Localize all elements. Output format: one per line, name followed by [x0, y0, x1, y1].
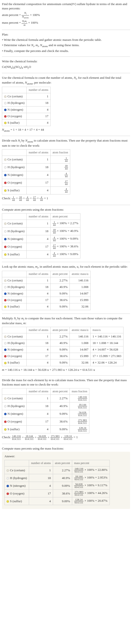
answer-label: Answer: — [4, 454, 128, 458]
element-dot-icon — [4, 254, 7, 256]
atom-pct-table: number of atomsatom percent Ce (cerium)1… — [2, 213, 80, 258]
element-dot-icon — [4, 405, 7, 408]
mass-pct-cell: 18.144614.511 × 100% = 2.953% — [72, 474, 110, 482]
element-cell: O (oxygen) — [2, 418, 27, 426]
table-row: Ce (cerium)12.27%140.116 — [2, 277, 91, 284]
eq-left: mass percent = — [2, 21, 21, 24]
col-header: atomic mass/u — [70, 271, 91, 277]
element-dot-icon — [4, 397, 7, 400]
table-row: N (nitrogen)4444 — [2, 171, 70, 179]
element-dot-icon — [4, 238, 7, 240]
compute-mass-pct-text: Compute mass percents using the mass fra… — [2, 446, 130, 451]
element-dot-icon — [4, 420, 7, 423]
plan-item: • Write the chemical formula and gather … — [2, 38, 130, 42]
element-cell: H (hydrogen) — [2, 284, 27, 290]
lookup-text: Look up the atomic mass, mi, in unified … — [2, 264, 130, 269]
num-atoms-cell: 18 — [27, 100, 50, 106]
table-row: H (hydrogen)1840.9%18.144614.511 — [2, 402, 89, 410]
element-dot-icon — [7, 469, 9, 472]
element-cell: Ce (cerium) — [2, 395, 27, 402]
table-row: S (sulfur)4444 — [2, 186, 70, 194]
element-dot-icon — [4, 336, 7, 338]
element-dot-icon — [4, 355, 7, 358]
table-row: N (nitrogen)49.09%56.028614.511 × 100% =… — [5, 482, 110, 490]
element-cell: H (hydrogen) — [2, 402, 27, 410]
chemical-formula: Ce(NH4)4(SO4)4·xH2O — [2, 65, 130, 70]
pct-cell: 1744 × 100% = 38.6% — [50, 243, 80, 250]
table-row: S (sulfur)4 — [2, 119, 51, 126]
frac-cell: 1844 — [50, 163, 70, 171]
element-cell: Ce (cerium) — [2, 277, 27, 284]
table-row: Ce (cerium)1144 × 100% = 2.27% — [2, 220, 80, 227]
element-dot-icon — [4, 413, 7, 415]
element-dot-icon — [4, 96, 7, 98]
table-row: S (sulfur)49.09%128.24614.511 — [2, 426, 89, 433]
plan-item: • Determine values for Ni, mi, Natoms an… — [2, 43, 130, 48]
frac-cell: 144 — [50, 156, 70, 163]
element-dot-icon — [4, 182, 7, 184]
element-cell: Ce (cerium) — [5, 466, 29, 474]
table-row: O (oxygen)1738.6%15.999 — [2, 297, 91, 304]
col-header: atom percent — [50, 327, 70, 333]
mass-frac-cell: 18.144614.511 — [70, 402, 89, 410]
intro-text: Find the elemental composition for ammon… — [2, 2, 130, 11]
element-cell: H (hydrogen) — [2, 227, 27, 235]
table-row: Ce (cerium)12.27%140.1161 × 140.116 = 14… — [2, 333, 123, 340]
col-header: atom percent — [50, 271, 70, 277]
element-cell: O (oxygen) — [5, 490, 29, 497]
m-total-equation: m = 140.116 u + 18.144 u + 56.028 u + 27… — [2, 368, 130, 372]
table-row: O (oxygen)1738.6%271.983614.511 × 100% =… — [5, 490, 110, 497]
element-cell: S (sulfur) — [2, 304, 27, 310]
mass-cell: 32.06 — [70, 304, 91, 310]
col-header: mass percent — [72, 460, 110, 466]
element-cell: H (hydrogen) — [2, 340, 27, 346]
mass-pct-table: number of atomsatom percentmass percent … — [4, 460, 110, 505]
element-cell: S (sulfur) — [2, 119, 27, 126]
table-row: Ce (cerium)12.27%140.116614.511 — [2, 395, 89, 402]
check-equation: Check: 140.116614.511 + 18.144614.511 + … — [2, 435, 130, 440]
element-cell: O (oxygen) — [2, 113, 27, 119]
element-cell: O (oxygen) — [2, 353, 27, 360]
element-cell: N (nitrogen) — [2, 235, 27, 243]
atom-percent-equation: atom percent = NiNatoms × 100% — [2, 12, 130, 19]
check-equation: Check: 144 + 1844 + 444 + 1744 + 444 = 1 — [2, 196, 130, 202]
mass-calc-cell: 1 × 140.116 = 140.116 — [91, 333, 123, 340]
element-cell: N (nitrogen) — [2, 346, 27, 353]
atoms-table: number of atoms Ce (cerium)1H (hydrogen)… — [2, 87, 51, 126]
eq-left: atom percent = — [2, 13, 21, 17]
answer-box: Answer: number of atomsatom percentmass … — [2, 452, 130, 509]
table-row: O (oxygen)171744 × 100% = 38.6% — [2, 243, 80, 250]
table-row: H (hydrogen)18 — [2, 100, 51, 106]
divide-mass-text: Divide the mass for each element by m to… — [2, 378, 130, 387]
table-row: S (sulfur)49.09%32.06 — [2, 304, 91, 310]
count-text: Use the chemical formula to count the nu… — [2, 76, 130, 85]
element-cell: Ce (cerium) — [2, 156, 27, 163]
element-cell: H (hydrogen) — [2, 163, 27, 171]
table-row: H (hydrogen)1840.9%1.00818 × 1.008 = 18.… — [2, 340, 123, 346]
mass-frac-table: number of atomsatom percentmass fraction… — [2, 388, 89, 433]
element-cell: S (sulfur) — [2, 186, 27, 194]
element-dot-icon — [4, 174, 7, 176]
frac-cell: 444 — [50, 171, 70, 179]
element-cell: N (nitrogen) — [2, 290, 27, 297]
table-row: Ce (cerium)1 — [2, 93, 51, 100]
element-dot-icon — [4, 222, 7, 225]
element-dot-icon — [4, 109, 7, 111]
pct-cell: 444 × 100% = 9.09% — [50, 235, 80, 243]
col-header: mass fraction — [70, 388, 89, 395]
col-header: mass/u — [91, 327, 123, 333]
table-row: H (hydrogen)1840.9%18.144614.511 × 100% … — [5, 474, 110, 482]
table-row: H (hydrogen)181844 × 100% = 40.9% — [2, 227, 80, 235]
element-cell: H (hydrogen) — [2, 100, 27, 106]
element-cell: H (hydrogen) — [5, 474, 29, 482]
mass-pct-cell: 56.028614.511 × 100% = 9.117% — [72, 482, 110, 490]
element-dot-icon — [4, 102, 7, 104]
table-row: N (nitrogen)49.09%14.0074 × 14.007 = 56.… — [2, 346, 123, 353]
mass-percent-equation: mass percent = Nimim × 100% — [2, 20, 130, 26]
element-cell: N (nitrogen) — [2, 171, 27, 179]
num-atoms-cell: 17 — [27, 113, 50, 119]
plan-item: • Finally, compute the percents and chec… — [2, 49, 130, 53]
col-header: atomic mass/u — [70, 327, 91, 333]
eq-right: × 100% — [28, 21, 38, 24]
col-header: number of atoms — [27, 87, 50, 93]
